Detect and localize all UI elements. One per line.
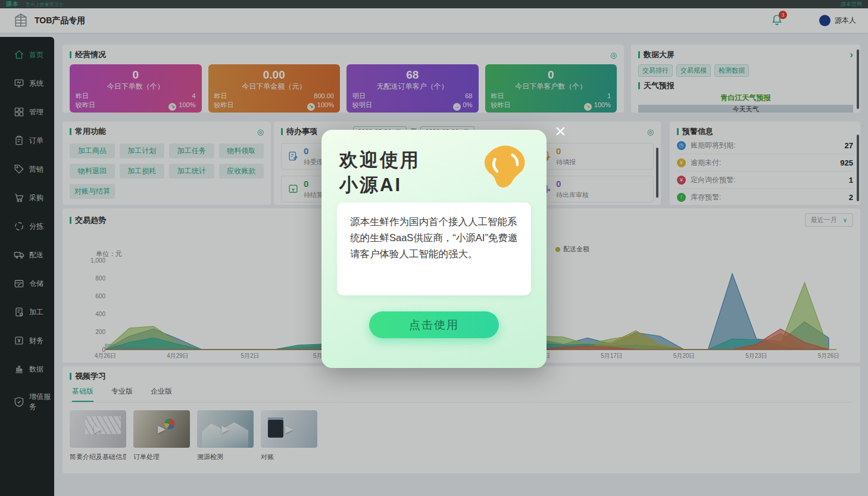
use-now-button[interactable]: 点击使用	[369, 311, 499, 338]
welcome-modal: 欢迎使用 小源AI 源本生鲜作为国内首个接入人工智能系统的生鲜SaaS供应商，“…	[321, 130, 547, 368]
modal-body-card: 源本生鲜作为国内首个接入人工智能系统的生鲜SaaS供应商，“小源AI”免费邀请客…	[337, 202, 531, 295]
modal-body-text: 源本生鲜作为国内首个接入人工智能系统的生鲜SaaS供应商，“小源AI”免费邀请客…	[350, 214, 518, 262]
mascot-icon	[476, 143, 531, 198]
modal-title: 欢迎使用 小源AI	[339, 148, 420, 198]
close-icon[interactable]: ×	[555, 121, 566, 141]
